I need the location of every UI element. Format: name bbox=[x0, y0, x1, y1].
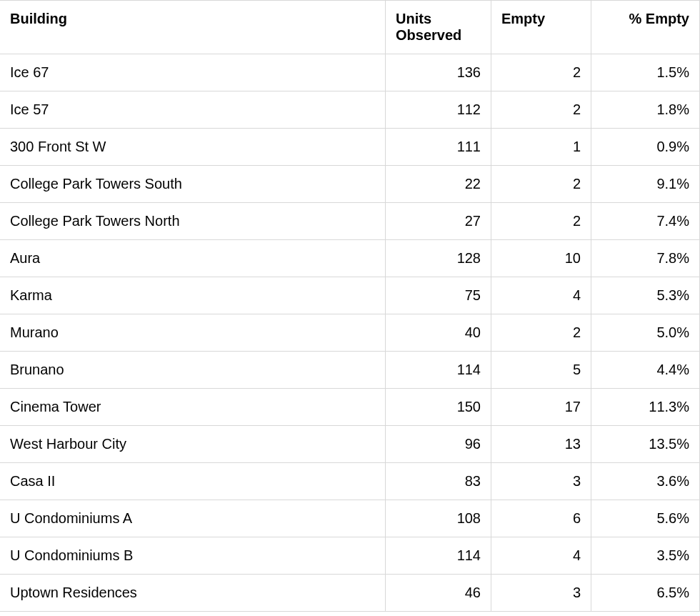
cell-building: Aura bbox=[0, 240, 386, 277]
table-row: Karma 75 4 5.3% bbox=[0, 277, 700, 314]
cell-units: 136 bbox=[386, 54, 491, 91]
cell-units: 150 bbox=[386, 389, 491, 426]
cell-empty: 3 bbox=[491, 575, 591, 612]
cell-building: Brunano bbox=[0, 352, 386, 389]
cell-building: 300 Front St W bbox=[0, 129, 386, 166]
cell-empty: 2 bbox=[491, 54, 591, 91]
cell-empty: 4 bbox=[491, 277, 591, 314]
cell-empty: 2 bbox=[491, 166, 591, 203]
table-row: West Harbour City 96 13 13.5% bbox=[0, 426, 700, 463]
buildings-table: Building Units Observed Empty % Empty Ic… bbox=[0, 0, 700, 612]
cell-building: U Condominiums A bbox=[0, 500, 386, 537]
col-header-building: Building bbox=[0, 1, 386, 54]
table-row: Brunano 114 5 4.4% bbox=[0, 352, 700, 389]
cell-pct: 5.6% bbox=[591, 500, 700, 537]
cell-building: Murano bbox=[0, 314, 386, 352]
cell-units: 83 bbox=[386, 463, 491, 500]
cell-pct: 4.4% bbox=[591, 352, 700, 389]
cell-pct: 7.4% bbox=[591, 203, 700, 240]
col-header-empty: Empty bbox=[491, 1, 591, 54]
cell-pct: 13.5% bbox=[591, 426, 700, 463]
cell-units: 75 bbox=[386, 277, 491, 314]
cell-empty: 13 bbox=[491, 426, 591, 463]
cell-units: 108 bbox=[386, 500, 491, 537]
cell-units: 46 bbox=[386, 575, 491, 612]
cell-building: West Harbour City bbox=[0, 426, 386, 463]
cell-building: College Park Towers South bbox=[0, 166, 386, 203]
cell-building: Ice 57 bbox=[0, 91, 386, 129]
cell-pct: 9.1% bbox=[591, 166, 700, 203]
cell-pct: 1.8% bbox=[591, 91, 700, 129]
cell-building: Karma bbox=[0, 277, 386, 314]
cell-pct: 3.5% bbox=[591, 537, 700, 575]
table-row: Ice 67 136 2 1.5% bbox=[0, 54, 700, 91]
cell-empty: 3 bbox=[491, 463, 591, 500]
table-row: U Condominiums A 108 6 5.6% bbox=[0, 500, 700, 537]
table-row: College Park Towers South 22 2 9.1% bbox=[0, 166, 700, 203]
table-row: College Park Towers North 27 2 7.4% bbox=[0, 203, 700, 240]
table-row: U Condominiums B 114 4 3.5% bbox=[0, 537, 700, 575]
cell-units: 114 bbox=[386, 537, 491, 575]
cell-pct: 7.8% bbox=[591, 240, 700, 277]
cell-pct: 3.6% bbox=[591, 463, 700, 500]
cell-pct: 1.5% bbox=[591, 54, 700, 91]
table-row: Murano 40 2 5.0% bbox=[0, 314, 700, 352]
cell-units: 128 bbox=[386, 240, 491, 277]
cell-building: Casa II bbox=[0, 463, 386, 500]
cell-units: 114 bbox=[386, 352, 491, 389]
cell-building: U Condominiums B bbox=[0, 537, 386, 575]
cell-building: Ice 67 bbox=[0, 54, 386, 91]
cell-units: 40 bbox=[386, 314, 491, 352]
cell-empty: 17 bbox=[491, 389, 591, 426]
cell-empty: 2 bbox=[491, 314, 591, 352]
table-row: Ice 57 112 2 1.8% bbox=[0, 91, 700, 129]
cell-pct: 5.0% bbox=[591, 314, 700, 352]
table-row: Cinema Tower 150 17 11.3% bbox=[0, 389, 700, 426]
col-header-pct: % Empty bbox=[591, 1, 700, 54]
table-row: Aura 128 10 7.8% bbox=[0, 240, 700, 277]
table-header-row: Building Units Observed Empty % Empty bbox=[0, 1, 700, 54]
cell-units: 96 bbox=[386, 426, 491, 463]
cell-empty: 1 bbox=[491, 129, 591, 166]
cell-empty: 5 bbox=[491, 352, 591, 389]
cell-units: 22 bbox=[386, 166, 491, 203]
table-row: Casa II 83 3 3.6% bbox=[0, 463, 700, 500]
cell-building: Uptown Residences bbox=[0, 575, 386, 612]
cell-units: 112 bbox=[386, 91, 491, 129]
cell-empty: 4 bbox=[491, 537, 591, 575]
cell-units: 111 bbox=[386, 129, 491, 166]
cell-building: Cinema Tower bbox=[0, 389, 386, 426]
cell-empty: 6 bbox=[491, 500, 591, 537]
cell-pct: 6.5% bbox=[591, 575, 700, 612]
col-header-units: Units Observed bbox=[386, 1, 491, 54]
table-row: Uptown Residences 46 3 6.5% bbox=[0, 575, 700, 612]
cell-pct: 5.3% bbox=[591, 277, 700, 314]
cell-building: College Park Towers North bbox=[0, 203, 386, 240]
cell-empty: 2 bbox=[491, 203, 591, 240]
cell-empty: 10 bbox=[491, 240, 591, 277]
cell-pct: 11.3% bbox=[591, 389, 700, 426]
cell-pct: 0.9% bbox=[591, 129, 700, 166]
cell-empty: 2 bbox=[491, 91, 591, 129]
cell-units: 27 bbox=[386, 203, 491, 240]
table-row: 300 Front St W 111 1 0.9% bbox=[0, 129, 700, 166]
